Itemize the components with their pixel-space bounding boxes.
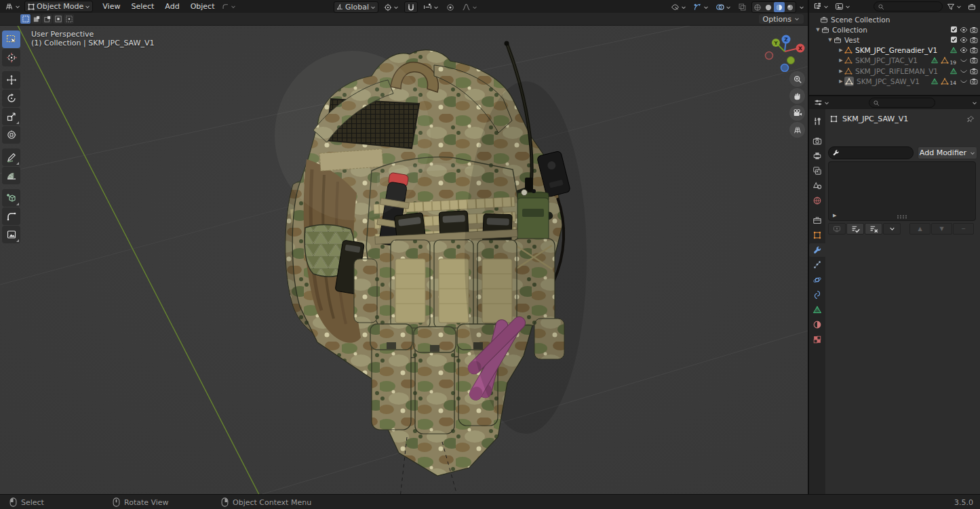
navigation-gizmo[interactable]: Z X Y <box>758 31 810 72</box>
tab-modifiers[interactable] <box>809 243 825 257</box>
viewport-canvas[interactable] <box>0 25 808 494</box>
options-dropdown[interactable]: Options <box>759 14 804 24</box>
disclosure-triangle-icon[interactable]: ▶ <box>838 68 844 74</box>
tab-output[interactable] <box>809 149 825 163</box>
shading-material-preview-button[interactable] <box>774 2 785 12</box>
outliner-row-jtac[interactable]: ▶ SKM_JPC_JTAC_V1 19 <box>809 56 980 66</box>
tool-rotate[interactable] <box>2 89 20 107</box>
add-modifier-dropdown[interactable]: Add Modifier <box>918 146 977 159</box>
outliner-filter-dropdown[interactable] <box>945 1 964 12</box>
pivot-point-dropdown[interactable] <box>382 2 401 12</box>
render-camera-icon[interactable] <box>970 46 978 54</box>
disclosure-triangle-icon[interactable]: ▶ <box>838 47 844 53</box>
menu-view[interactable]: View <box>97 2 125 11</box>
snap-toggle-button[interactable] <box>404 1 418 13</box>
select-mode-subtract-button[interactable] <box>42 14 52 24</box>
tab-view-layer[interactable] <box>809 164 825 178</box>
toggle-xray-button[interactable] <box>736 2 749 12</box>
menu-object[interactable]: Object <box>185 2 220 11</box>
shading-rendered-button[interactable] <box>785 2 796 12</box>
tool-extra-2[interactable] <box>2 226 20 243</box>
mode-selector-dropdown[interactable]: Object Mode <box>24 1 93 12</box>
properties-editor-type-button[interactable] <box>812 98 831 108</box>
render-camera-icon[interactable] <box>970 26 978 34</box>
properties-editor[interactable]: SKM_JPC_SAW_V1 Add Modifier ▶ <box>809 96 980 494</box>
select-mode-extend-button[interactable] <box>31 14 41 24</box>
tab-constraints[interactable] <box>809 288 825 302</box>
tab-particles[interactable] <box>809 258 825 272</box>
outliner-search-input[interactable] <box>874 1 943 12</box>
tab-tool[interactable] <box>809 115 825 128</box>
list-extras-dropdown[interactable] <box>883 223 901 235</box>
editor-type-button[interactable] <box>3 1 22 12</box>
tab-texture[interactable] <box>809 333 825 346</box>
outliner-display-mode-dropdown[interactable] <box>833 1 852 12</box>
tab-object-data[interactable] <box>809 303 825 317</box>
apply-all-modifiers-button[interactable] <box>846 223 864 235</box>
eye-open-icon[interactable] <box>960 46 968 54</box>
perspective-toggle-button[interactable] <box>789 122 805 138</box>
menu-select[interactable]: Select <box>125 2 159 11</box>
eye-closed-icon[interactable] <box>960 67 968 75</box>
outliner-editor-type-button[interactable] <box>811 1 831 12</box>
outliner-row-saw[interactable]: ▶ SKM_JPC_SAW_V1 14 <box>809 76 980 86</box>
checkbox-icon[interactable] <box>950 26 958 33</box>
select-mode-set-button[interactable] <box>20 14 31 24</box>
remove-all-modifiers-button[interactable] <box>865 223 882 235</box>
object-type-visibility-dropdown[interactable] <box>669 2 688 12</box>
move-modifier-up-button[interactable]: ▲ <box>909 223 930 235</box>
camera-view-button[interactable] <box>789 105 805 121</box>
modifier-search-input[interactable] <box>828 146 914 159</box>
render-camera-icon[interactable] <box>970 56 978 64</box>
tool-extra-1[interactable] <box>2 207 20 225</box>
tab-collection[interactable] <box>809 213 825 227</box>
expand-triangle-icon[interactable]: ▶ <box>833 213 836 218</box>
eye-closed-icon[interactable] <box>960 77 968 85</box>
tab-material[interactable] <box>809 318 825 331</box>
shading-wireframe-button[interactable] <box>752 2 763 12</box>
checkbox-icon[interactable] <box>950 36 958 43</box>
select-mode-intersect-button[interactable] <box>64 14 74 24</box>
proportional-editing-button[interactable] <box>444 2 456 12</box>
select-mode-invert-button[interactable] <box>53 14 63 24</box>
eye-open-icon[interactable] <box>960 26 968 34</box>
disclosure-triangle-icon[interactable]: ▼ <box>827 37 834 43</box>
tab-world[interactable] <box>809 194 825 207</box>
shading-solid-button[interactable] <box>763 2 774 12</box>
display-toggle-button[interactable] <box>828 223 846 235</box>
falloff-dropdown[interactable] <box>460 2 479 12</box>
render-camera-icon[interactable] <box>970 36 978 44</box>
tool-fallback-dropdown[interactable] <box>220 1 238 12</box>
menu-add[interactable]: Add <box>159 2 184 11</box>
outliner-row-grenadier[interactable]: ▶ SKM_JPC_Grenadier_V1 <box>809 45 980 56</box>
eye-closed-icon[interactable] <box>960 56 968 64</box>
modifier-list-box[interactable]: ▶ <box>828 161 976 221</box>
new-collection-button[interactable] <box>966 1 978 12</box>
tool-transform[interactable] <box>2 126 20 144</box>
show-overlays-dropdown[interactable] <box>713 2 733 12</box>
eye-open-icon[interactable] <box>960 36 968 44</box>
snap-target-dropdown[interactable] <box>421 2 441 12</box>
tool-add-cube[interactable] <box>2 189 20 207</box>
properties-options-dropdown[interactable] <box>972 100 977 106</box>
tool-move[interactable] <box>2 71 20 89</box>
outliner-row-scene-collection[interactable]: Scene Collection <box>809 14 980 24</box>
render-camera-icon[interactable] <box>970 67 978 75</box>
tool-cursor[interactable] <box>2 49 20 66</box>
disclosure-triangle-icon[interactable]: ▶ <box>838 79 844 84</box>
pin-icon[interactable] <box>966 115 975 123</box>
tool-select-box[interactable] <box>2 30 20 48</box>
tab-render[interactable] <box>809 134 825 148</box>
resize-grip-icon[interactable] <box>897 215 907 219</box>
disclosure-triangle-icon[interactable]: ▶ <box>838 58 844 63</box>
tool-annotate[interactable] <box>2 148 20 166</box>
tab-object[interactable] <box>809 228 825 242</box>
tool-measure[interactable] <box>2 167 20 184</box>
outliner-editor[interactable]: Scene Collection ▼ Collection ▼ Vest <box>809 0 980 95</box>
properties-search-input[interactable] <box>869 98 935 108</box>
pan-button[interactable] <box>789 88 805 104</box>
tab-physics[interactable] <box>809 273 825 287</box>
outliner-row-collection[interactable]: ▼ Collection <box>809 24 980 35</box>
tool-scale[interactable] <box>2 108 20 125</box>
render-camera-icon[interactable] <box>970 77 978 85</box>
